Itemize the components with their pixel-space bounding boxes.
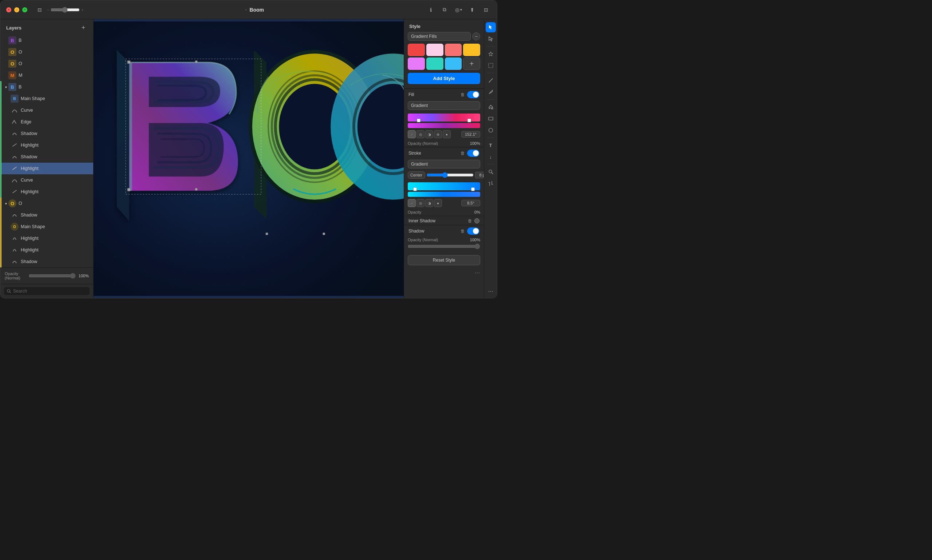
- layer-highlight2-selected[interactable]: Highlight: [0, 163, 93, 174]
- star-tool-button[interactable]: [486, 49, 496, 59]
- info-button[interactable]: ℹ: [425, 5, 436, 15]
- swatch-pink-light[interactable]: [426, 44, 444, 56]
- panel-layout-button[interactable]: ⊟: [481, 5, 491, 15]
- layer-item-O1[interactable]: O O: [0, 46, 93, 58]
- layer-shadow1[interactable]: Shadow: [0, 128, 93, 139]
- close-button[interactable]: ×: [6, 7, 11, 12]
- layer-highlight3[interactable]: Highlight: [0, 186, 93, 198]
- zoom-tool-button[interactable]: [486, 167, 496, 177]
- add-style-button[interactable]: Add Style: [408, 73, 480, 84]
- stroke-toggle[interactable]: [467, 149, 479, 157]
- circle-tool-button[interactable]: [486, 125, 496, 135]
- layer-name: Main Shape: [21, 96, 45, 101]
- stroke-width-slider[interactable]: [427, 172, 474, 178]
- stroke-full-gradient[interactable]: [408, 192, 480, 197]
- stroke-handle-right[interactable]: [471, 188, 475, 191]
- layer-item-B1[interactable]: B B: [0, 35, 93, 46]
- stroke-linear-button[interactable]: ⟋: [408, 199, 416, 207]
- layer-highlight4[interactable]: Highlight: [0, 232, 93, 244]
- dashed-rect-button[interactable]: [486, 60, 496, 71]
- arrow-down-button[interactable]: ↓: [486, 152, 496, 162]
- layers-list[interactable]: B B O O O O: [0, 35, 93, 268]
- remove-style-button[interactable]: −: [472, 32, 480, 40]
- fill-tool-button[interactable]: [486, 102, 496, 112]
- canvas-area[interactable]: [94, 19, 404, 298]
- text-tool-button[interactable]: T: [486, 140, 496, 150]
- layer-shadow2[interactable]: Shadow: [0, 151, 93, 163]
- fill-delete-icon[interactable]: 🗑: [461, 92, 465, 97]
- stroke-angular-button[interactable]: ◑: [425, 199, 433, 207]
- layer-edge[interactable]: Edge: [0, 116, 93, 128]
- expand-icon[interactable]: ▾: [3, 201, 8, 206]
- stroke-angle-input[interactable]: [461, 200, 480, 206]
- zoom-view-button[interactable]: ◎ ▾: [453, 5, 464, 15]
- swatch-teal[interactable]: [426, 57, 444, 70]
- radial-grad-button[interactable]: ◎: [416, 130, 425, 138]
- panel-more-button[interactable]: …: [474, 268, 480, 275]
- style-type-select[interactable]: Gradient Fills Flat Fill Image Fill: [408, 32, 471, 41]
- inner-shadow-color[interactable]: [474, 218, 479, 223]
- zoom-slider[interactable]: [51, 7, 80, 13]
- layer-group-B[interactable]: ▾ B B: [0, 81, 93, 93]
- more-options-button[interactable]: …: [486, 285, 496, 295]
- pen-tool-button[interactable]: [486, 87, 496, 97]
- fill-toggle[interactable]: [467, 91, 479, 98]
- layer-main-shape[interactable]: B Main Shape: [0, 93, 93, 105]
- swatch-yellow[interactable]: [463, 44, 480, 56]
- shadow-opacity-slider[interactable]: [408, 243, 480, 249]
- crop-tool-button[interactable]: [486, 178, 496, 188]
- maximize-button[interactable]: +: [22, 7, 27, 12]
- fill-full-gradient[interactable]: [408, 123, 480, 128]
- stroke-handle-left[interactable]: [413, 188, 417, 191]
- pencil-tool-button[interactable]: [486, 75, 496, 86]
- swatch-salmon[interactable]: [445, 44, 462, 56]
- shadow-delete-icon[interactable]: 🗑: [461, 229, 465, 234]
- reflected-grad-button[interactable]: ⊛: [434, 130, 442, 138]
- duplicate-button[interactable]: ⧉: [439, 5, 450, 15]
- swatch-purple[interactable]: [408, 57, 425, 70]
- reset-style-button[interactable]: Reset Style: [408, 255, 480, 265]
- layer-highlight1[interactable]: Highlight: [0, 139, 93, 151]
- minimize-button[interactable]: –: [14, 7, 19, 12]
- layer-item-M[interactable]: M M: [0, 69, 93, 81]
- stroke-radial-button[interactable]: ◎: [416, 199, 425, 207]
- layer-item-O2[interactable]: O O: [0, 58, 93, 69]
- stroke-width-input[interactable]: [475, 172, 484, 178]
- opacity-slider[interactable]: [29, 273, 76, 279]
- stroke-dot-button[interactable]: ●: [434, 199, 442, 207]
- cursor-tool-button[interactable]: [486, 22, 496, 32]
- stroke-position-select[interactable]: Center Inner Outer: [408, 171, 425, 178]
- layer-main-shape2[interactable]: O Main Shape: [0, 221, 93, 232]
- fill-angle-input[interactable]: [461, 131, 480, 137]
- layer-highlight5[interactable]: Highlight: [0, 244, 93, 256]
- export-button[interactable]: ⬆: [467, 5, 477, 15]
- fill-type-select[interactable]: Gradient Flat Color Image: [408, 101, 480, 110]
- swatch-red[interactable]: [408, 44, 425, 56]
- gradient-handle-right[interactable]: [467, 118, 471, 122]
- linear-grad-button[interactable]: ⟋: [408, 130, 416, 138]
- inner-shadow-delete-icon[interactable]: 🗑: [468, 218, 472, 223]
- layer-group-O[interactable]: ▾ O O: [0, 198, 93, 209]
- gradient-handle-left[interactable]: [417, 118, 421, 122]
- expand-icon[interactable]: ▾: [3, 85, 8, 89]
- group-color-bar: [0, 105, 2, 116]
- stroke-gradient-bar[interactable]: [408, 182, 480, 190]
- layer-shadow3[interactable]: Shadow: [0, 209, 93, 221]
- search-input[interactable]: [13, 289, 87, 294]
- stroke-delete-icon[interactable]: 🗑: [461, 151, 465, 156]
- layer-curve2[interactable]: Curve: [0, 174, 93, 186]
- fill-gradient-bar[interactable]: [408, 114, 480, 122]
- add-swatch-button[interactable]: +: [463, 57, 480, 70]
- window-view-button[interactable]: ⊟: [35, 5, 45, 15]
- layer-shadow4[interactable]: Shadow: [0, 256, 93, 268]
- add-layer-button[interactable]: +: [79, 24, 87, 32]
- layer-curve1[interactable]: Curve: [0, 105, 93, 116]
- stroke-type-select[interactable]: Gradient Flat Color: [408, 160, 480, 168]
- swatch-blue[interactable]: [445, 57, 462, 70]
- adjust-tool-button[interactable]: [486, 34, 496, 44]
- layer-name: Highlight: [21, 236, 39, 241]
- circle-grad-button[interactable]: ●: [443, 130, 451, 138]
- rect-tool-button[interactable]: [486, 114, 496, 124]
- shadow-toggle[interactable]: [467, 228, 479, 235]
- angular-grad-button[interactable]: ◑: [425, 130, 433, 138]
